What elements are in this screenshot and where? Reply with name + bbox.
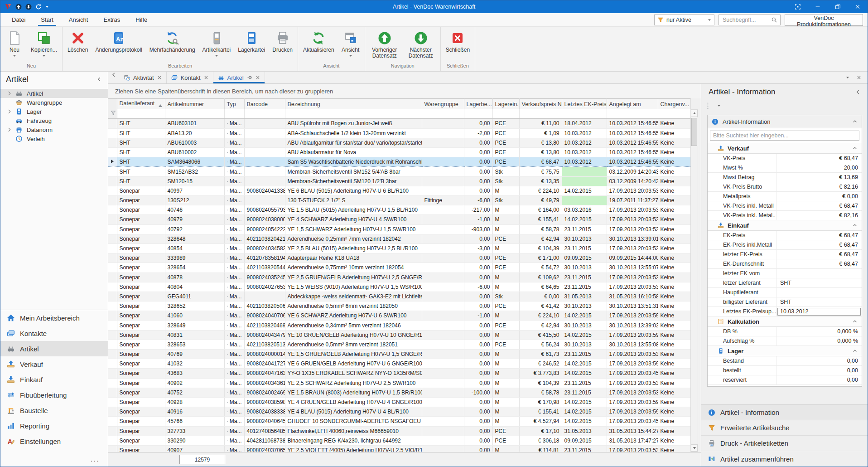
- product-info-button[interactable]: VenDoc Produktinformationen: [785, 14, 863, 26]
- tree-item-fahrzeug[interactable]: Fahrzeug: [0, 116, 108, 125]
- table-row[interactable]: Sonepar41032Ma...9008024041727YE 6 GRUEN…: [108, 359, 690, 369]
- table-row[interactable]: Sonepar333989Ma...4012078358194Adapterpa…: [108, 253, 690, 263]
- chevron-up-icon[interactable]: [852, 119, 858, 124]
- column-header-letztes-ek-preisupdate[interactable]: Letztes EK-Preisup...: [562, 99, 607, 110]
- section-header-lager[interactable]: Lager: [708, 346, 862, 356]
- column-header-warengruppe[interactable]: Warengruppe: [422, 99, 464, 110]
- table-row[interactable]: Sonepar40854Ma...9008024034583YE 2,5 BLA…: [108, 243, 690, 253]
- drag-grip-icon[interactable]: [707, 102, 709, 109]
- table-row[interactable]: Sonepar40792Ma...9008024054222YE 1,5 SCH…: [108, 224, 690, 234]
- close-tab-icon[interactable]: [256, 75, 260, 80]
- tree-item-datanorm[interactable]: Datanorm: [0, 125, 108, 134]
- table-row[interactable]: SoneparGEG4011Ma...Abdeckkappe -weiss se…: [108, 292, 690, 301]
- filter-cell-letztes-ek-preisupdate[interactable]: [562, 109, 607, 118]
- table-row[interactable]: Sonepar40752Ma...9008024002469YE 1,5 BRA…: [108, 388, 690, 397]
- table-row[interactable]: SHTSM152AB32Ma...Membran-Sicherheitsvent…: [108, 167, 690, 176]
- table-row[interactable]: Sonepar40979Ma...9008024038000YE 4 SCHWA…: [108, 215, 690, 224]
- table-row[interactable]: Sonepar43683Ma...9008024047163YY-O 1X35 …: [108, 369, 690, 378]
- article-information-group-header[interactable]: Artikel-Information: [708, 115, 862, 128]
- scroll-tabs-left-icon[interactable]: [108, 72, 119, 78]
- filter-cell-row-indicator[interactable]: [108, 109, 117, 118]
- menu-item-extras[interactable]: Extras: [96, 13, 128, 26]
- ribbon-änderungsprotokoll-button[interactable]: AzÄnderungsprotokoll: [92, 30, 145, 54]
- menu-item-start[interactable]: Start: [33, 13, 61, 26]
- tab-artikel[interactable]: Artikel: [213, 72, 265, 83]
- filter-cell-warengruppe[interactable]: [422, 109, 464, 118]
- tab-list-dropdown-icon[interactable]: [846, 76, 849, 79]
- table-row[interactable]: Sonepar40746Ma...9008024055793YE 1,5 BLA…: [108, 205, 690, 215]
- filter-cell-lagereinheit[interactable]: [492, 109, 519, 118]
- collapse-section-icon[interactable]: [852, 319, 858, 324]
- table-row[interactable]: SHTABU603101Ma...ABU Spülrohr mit Bogen …: [108, 119, 690, 128]
- column-header-bezeichnung[interactable]: Bezeichnung: [285, 99, 422, 110]
- table-row[interactable]: Sonepar328653Ma...4021103820513Aderendhu…: [108, 340, 690, 349]
- filter-cell-artikelnummer[interactable]: [165, 109, 224, 118]
- column-header-verkaufspreis[interactable]: Verkaufspreis N...: [519, 99, 562, 110]
- table-row[interactable]: SHTABA13.20Ma...ABA-Schlauchschelle 1/2 …: [108, 128, 690, 138]
- panel-action-erweiterte-artikelsuche[interactable]: Erweiterte Artikelsuche: [701, 420, 868, 436]
- sidebar-item-kontakte[interactable]: Kontakte: [0, 326, 108, 341]
- filter-cell-bezeichnung[interactable]: [285, 109, 422, 118]
- restore-window-button[interactable]: [828, 0, 848, 13]
- tree-item-artikel[interactable]: Artikel: [0, 89, 108, 98]
- filter-cell-typ[interactable]: [224, 109, 244, 118]
- vertical-scrollbar[interactable]: [690, 109, 698, 452]
- collapse-section-icon[interactable]: [852, 348, 858, 354]
- column-header-angelegt-am[interactable]: Angelegt am: [607, 99, 658, 110]
- table-row[interactable]: Sonepar40928Ma...9008024038598YE 4 GRUEN…: [108, 397, 690, 407]
- ribbon-ansicht-button[interactable]: Ansicht: [338, 30, 363, 58]
- ribbon-nächster-datensatz-button[interactable]: Nächster Datensatz: [403, 30, 439, 60]
- table-row[interactable]: SHTABU610003Ma...ABU Ablaufgarnitur für …: [108, 138, 690, 147]
- ribbon-schließen-button[interactable]: Schließen: [442, 30, 473, 54]
- column-header-row-indicator[interactable]: [108, 99, 117, 110]
- collapse-panel-icon[interactable]: [855, 89, 861, 95]
- table-row[interactable]: Sonepar40907Ma...9008024037065YE 2,5 VIO…: [108, 445, 690, 452]
- tab-aktivität[interactable]: Aktivität: [119, 72, 167, 83]
- ribbon-neu-button[interactable]: Neu: [2, 30, 27, 58]
- sidebar-item-einkauf[interactable]: Einkauf: [0, 372, 108, 387]
- table-row[interactable]: Sonepar45766Ma...9008024040645GHUOEF 10 …: [108, 417, 690, 426]
- expander-icon[interactable]: [6, 108, 13, 115]
- refresh-quick-icon[interactable]: [35, 4, 42, 10]
- column-header-typ[interactable]: Typ: [224, 99, 244, 110]
- ribbon-aktualisieren-button[interactable]: Aktualisieren: [299, 30, 338, 54]
- table-row[interactable]: SHTABU610002Ma...ABU Ablaufarmatur für N…: [108, 148, 690, 157]
- ribbon-vorheriger-datensatz-button[interactable]: Vorheriger Datensatz: [366, 30, 403, 60]
- table-row[interactable]: Sonepar130S212Ma...130 T-STUECK 2 1/2" S…: [108, 196, 690, 205]
- pin-icon[interactable]: [247, 75, 252, 80]
- table-row[interactable]: Sonepar40769Ma...9008024000014YE 1,5 GRU…: [108, 350, 690, 359]
- filter-cell-chargenverwaltung[interactable]: [658, 109, 690, 118]
- table-row[interactable]: Sonepar327733Ma...4012740856485Flachwink…: [108, 426, 690, 436]
- tree-item-lager[interactable]: Lager: [0, 107, 108, 116]
- panel-action-druck-artikeletiketten[interactable]: Druck - Artikeletiketten: [701, 436, 868, 451]
- filter-cell-barcode[interactable]: [244, 109, 285, 118]
- menu-item-datei[interactable]: Datei: [4, 13, 33, 26]
- table-row[interactable]: Sonepar330290Ma...4042811068738Binaerein…: [108, 436, 690, 445]
- close-tab-icon[interactable]: [157, 75, 162, 80]
- table-row[interactable]: Sonepar328649Ma...4021103820469Aderendhu…: [108, 321, 690, 330]
- more-options-button[interactable]: ...: [91, 455, 100, 464]
- column-header-artikelnummer[interactable]: Artikelnummer: [165, 99, 224, 110]
- table-row[interactable]: Sonepar40916Ma...9008024038338YE 4 BLAU …: [108, 407, 690, 417]
- column-header-lagereinheit[interactable]: Lagerein...: [492, 99, 519, 110]
- table-row[interactable]: SHTSAM3648066Ma...Sam S5 Waschtischbatte…: [108, 157, 690, 167]
- expander-icon[interactable]: [6, 126, 13, 133]
- sidebar-item-fibuüberleitung[interactable]: Fibuüberleitung: [0, 387, 108, 403]
- ribbon-kopieren-button[interactable]: Kopieren...: [27, 30, 61, 58]
- panel-dropdown-icon[interactable]: [717, 104, 721, 107]
- close-window-button[interactable]: [848, 0, 868, 13]
- quick-access-dropdown-icon[interactable]: [45, 5, 49, 9]
- column-header-barcode[interactable]: Barcode: [244, 99, 285, 110]
- search-input[interactable]: [722, 16, 771, 24]
- collapse-section-icon[interactable]: [852, 223, 858, 228]
- panel-search-input[interactable]: [710, 131, 859, 141]
- panel-action-artikel-zusammenführen[interactable]: Artikel zusammenführen: [701, 451, 868, 467]
- ribbon-löschen-button[interactable]: Löschen: [64, 30, 92, 54]
- panel-action-artikel-information[interactable]: Artikel - Information: [701, 405, 868, 420]
- filter-cell-verkaufspreis[interactable]: [519, 109, 562, 118]
- table-row[interactable]: Sonepar328654Ma...4021103820544Aderendhu…: [108, 263, 690, 272]
- tree-item-warengruppe[interactable]: Warengruppe: [0, 98, 108, 107]
- menu-item-hilfe[interactable]: Hilfe: [128, 13, 155, 26]
- table-row[interactable]: Sonepar40997Ma...9008024041338YE 6 BLAU …: [108, 186, 690, 195]
- table-row[interactable]: Sonepar40878Ma...9008024035245YE 2,5 GRU…: [108, 272, 690, 282]
